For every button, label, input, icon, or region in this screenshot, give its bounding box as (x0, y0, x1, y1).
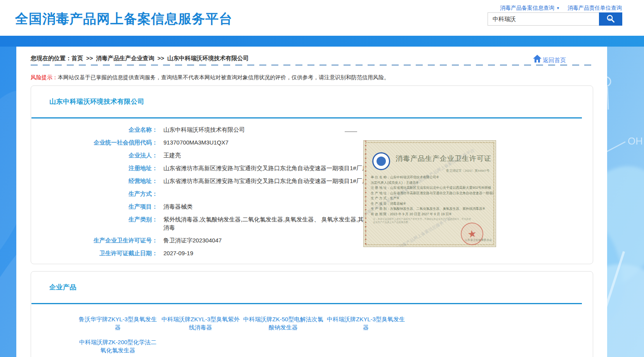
field-value: 消毒器械类 (163, 202, 387, 211)
field-row-credit-code: 企业统一社会信用代码： 91370700MA3M3U1QX7 (31, 138, 419, 146)
nav-backup-info-query-label: 消毒产品备案信息查询 (500, 5, 554, 12)
field-row-legal-person: 企业法人： 王建亮 (31, 151, 419, 159)
products-card: 企业产品 鲁沃华宇牌ZKYL-3型臭氧发生器 中科瑞沃牌ZKYL-3型臭氧紫外线… (31, 271, 593, 357)
product-link[interactable]: 中科瑞沃牌ZKYL-3型臭氧紫外线消毒器 (159, 315, 242, 331)
content-panel: 您现在的位置：首页>>消毒产品生产企业查询>>山东中科瑞沃环境技术有限公司 返回… (16, 47, 607, 357)
breadcrumb: 您现在的位置：首页>>消毒产品生产企业查询>>山东中科瑞沃环境技术有限公司 (31, 52, 249, 64)
back-home-label: 返回首页 (543, 57, 566, 64)
field-label: 企业统一社会信用代码： (31, 138, 158, 146)
certificate-line: 生 产 方 式：生产※ (371, 196, 493, 201)
field-value: 山东省潍坊市高新区潍安路与宝通街交叉路口东北角自动变速器一期项目1#厂房 (163, 177, 387, 185)
certificate-line: 生 产 地 址：山东省潍坊市高新区潍安路与宝通街交叉路口东北角自动变速器一期项目… (371, 191, 493, 196)
breadcrumb-prefix: 您现在的位置： (31, 55, 71, 61)
top-nav: 消毒产品备案信息查询 ▼ 消毒产品责任单位查询 (500, 5, 622, 12)
red-seal-icon: ★ (459, 221, 485, 247)
risk-notice: 风险提示：本网站仅基于已掌握的信息提供查询服务，查询结果不代表本网站对被查询对象… (31, 73, 389, 81)
certificate-punch-holes (365, 141, 366, 247)
certificate-line: 生 产 项 目：消毒器械※ (371, 201, 493, 207)
search-input[interactable] (488, 12, 599, 26)
field-label: 生产企业卫生许可证号： (31, 236, 158, 244)
header: 全国消毒产品网上备案信息服务平台 消毒产品备案信息查询 ▼ 消毒产品责任单位查询 (0, 0, 644, 36)
breadcrumb-home-link[interactable]: 首页 (71, 55, 83, 61)
field-label: 经营地址： (31, 177, 158, 185)
product-link[interactable]: 中科瑞沃牌ZKYL-3型臭氧发生器 (325, 315, 407, 331)
dashed-divider (31, 64, 594, 66)
certificate-title: 消毒产品生产企业卫生许可证 (396, 154, 495, 163)
product-link[interactable]: 中科瑞沃牌ZK-200型化学法二氧化氯发生器 (76, 338, 159, 354)
nav-responsible-unit-query[interactable]: 消毒产品责任单位查询 (568, 5, 622, 12)
field-value: 山东中科瑞沃环境技术有限公司 (163, 125, 387, 134)
certificate-emblem-icon (372, 152, 390, 170)
breadcrumb-separator: >> (158, 55, 165, 61)
breadcrumb-current: 山东中科瑞沃环境技术有限公司 (167, 55, 249, 61)
site-title: 全国消毒产品网上备案信息服务平台 (15, 10, 233, 28)
certificate-line: 单 位 名 称：山东中科瑞沃环境技术有限公司※ (371, 175, 493, 180)
search-button[interactable] (599, 12, 622, 26)
breadcrumb-separator: >> (86, 55, 93, 61)
back-home-link[interactable]: 返回首页 (533, 52, 566, 64)
certificate-line: 有 效 期 限：2023 年 9 月 20 日至 2027 年 9 月 19 日… (371, 212, 493, 217)
header-blue-band (0, 36, 644, 47)
field-label: 生产方式： (31, 190, 158, 198)
field-row-license-number: 生产企业卫生许可证号： 鲁卫消证字202304047 (31, 236, 419, 244)
certificate-body: 单 位 名 称：山东中科瑞沃环境技术有限公司※ 法定代表人(或负责人)：王建亮※… (371, 175, 493, 217)
field-value: 紫外线消毒器,次氯酸钠发生器,二氧化氯发生器,臭氧发生器、 臭氧水发生器,其他器… (163, 215, 387, 232)
products-card-title: 企业产品 (49, 283, 76, 292)
company-info-card: 山东中科瑞沃环境技术有限公司 企业名称： 山东中科瑞沃环境技术有限公司 企业统一… (31, 85, 593, 264)
hygiene-license-certificate-image: 消毒产品生产企业卫生许可证 鲁卫消证字〔2023〕第44647号 单 位 名 称… (363, 140, 496, 247)
certificate-number: 鲁卫消证字〔2023〕第44647号 (446, 169, 490, 173)
field-label: 卫生许可证截止日期： (31, 249, 158, 257)
title-underline (31, 303, 582, 304)
title-underline (31, 117, 582, 118)
field-row-production-category: 生产类别： 紫外线消毒器,次氯酸钠发生器,二氧化氯发生器,臭氧发生器、 臭氧水发… (31, 215, 419, 232)
field-label: 注册地址： (31, 164, 158, 172)
certificate-line: 注 册 地 址：山东省潍坊高新区玉清东街以北中心次干道以西高新大厦902号科研楼 (371, 185, 493, 191)
field-row-company-name: 企业名称： 山东中科瑞沃环境技术有限公司 (31, 125, 419, 134)
company-card-title: 山东中科瑞沃环境技术有限公司 (49, 97, 144, 106)
nav-backup-info-query[interactable]: 消毒产品备案信息查询 ▼ (500, 5, 560, 12)
field-value: 91370700MA3M3U1QX7 (163, 138, 387, 146)
product-link[interactable]: 中科瑞沃牌ZK-50型电解法次氯酸钠发生器 (242, 315, 325, 331)
certificate-line: 生 产 类 别：次氯酸钠发生器、二氧化氯发生器、臭氧发生器、紫外线消毒器※ (371, 206, 493, 212)
search-icon (606, 14, 615, 24)
risk-notice-label: 风险提示： (31, 74, 58, 80)
breadcrumb-enterprise-query-link[interactable]: 消毒产品生产企业查询 (96, 55, 154, 61)
home-icon (533, 54, 542, 64)
field-row-registered-address: 注册地址： 山东省潍坊市高新区潍安路与宝通街交叉路口东北角自动变速器一期项目1#… (31, 164, 419, 172)
search-bar (488, 12, 622, 26)
product-list: 鲁沃华宇牌ZKYL-3型臭氧发生器 中科瑞沃牌ZKYL-3型臭氧紫外线消毒器 中… (76, 315, 412, 357)
field-value: 2027-09-19 (163, 249, 387, 257)
certificate-line: 法定代表人(或负责人)：王建亮※ (371, 180, 493, 186)
chevron-down-icon: ▼ (556, 6, 560, 10)
field-row-business-address: 经营地址： 山东省潍坊市高新区潍安路与宝通街交叉路口东北角自动变速器一期项目1#… (31, 177, 419, 185)
field-row-production-mode: 生产方式： (31, 190, 419, 198)
field-row-license-expiry: 卫生许可证截止日期： 2027-09-19 (31, 249, 419, 257)
certificate-scan-edge-mark (345, 131, 357, 132)
field-value: 王建亮 (163, 151, 387, 159)
field-label: 企业名称： (31, 125, 158, 134)
field-value: 鲁卫消证字202304047 (163, 236, 387, 244)
field-value: 山东省潍坊市高新区潍安路与宝通街交叉路口东北角自动变速器一期项目1#厂房 (163, 164, 387, 172)
field-label: 生产项目： (31, 202, 158, 211)
nav-responsible-unit-query-label: 消毒产品责任单位查询 (568, 5, 622, 12)
company-fields: 企业名称： 山东中科瑞沃环境技术有限公司 企业统一社会信用代码： 9137070… (31, 125, 419, 262)
field-label: 生产类别： (31, 215, 158, 223)
field-row-production-project: 生产项目： 消毒器械类 (31, 202, 419, 211)
certificate-note: 注：本许可证仅限于上述生产场所生产本件文书，不得转让本企业生产产品适用许可，不代… (373, 218, 472, 224)
risk-notice-text: 本网站仅基于已掌握的信息提供查询服务，查询结果不代表本网站对被查询对象信用状况的… (58, 74, 389, 80)
svg-text:OH: OH (628, 135, 643, 147)
field-label: 企业法人： (31, 151, 158, 159)
product-link[interactable]: 鲁沃华宇牌ZKYL-3型臭氧发生器 (76, 315, 159, 331)
